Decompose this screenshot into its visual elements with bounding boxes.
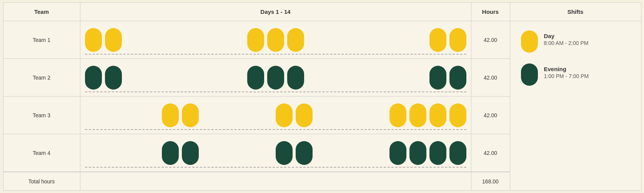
block <box>247 66 264 90</box>
block <box>389 141 406 165</box>
block <box>409 103 426 127</box>
hours-col-header: Hours <box>471 3 510 21</box>
team-1-label: Team 1 <box>3 21 80 58</box>
team-3-row: Team 3 <box>3 96 510 134</box>
shifts-body: Day 8:00 AM - 2:00 PM Evening 1:00 PM - … <box>510 21 641 190</box>
block <box>429 66 446 90</box>
shift-day-time: 8:00 AM - 2:00 PM <box>544 40 589 46</box>
shift-day-name: Day <box>544 33 589 39</box>
block <box>296 103 313 127</box>
team-4-label: Team 4 <box>3 134 80 171</box>
team-col-header: Team <box>3 3 80 21</box>
team-1-row: Team 1 42. <box>3 21 510 59</box>
team-1-hours: 42.00 <box>471 21 510 58</box>
block <box>85 28 102 52</box>
shift-evening-text: Evening 1:00 PM - 7:00 PM <box>544 63 589 79</box>
days-col-header: Days 1 - 14 <box>80 3 471 21</box>
block <box>105 28 122 52</box>
block <box>389 103 406 127</box>
team-2-row: Team 2 42. <box>3 59 510 96</box>
schedule-table: Team Days 1 - 14 Hours Team 1 <box>3 2 641 191</box>
block <box>449 28 466 52</box>
header-row: Team Days 1 - 14 Hours <box>3 3 510 21</box>
block <box>409 141 426 165</box>
block <box>162 103 179 127</box>
main-section: Team Days 1 - 14 Hours Team 1 <box>3 3 510 190</box>
shift-day-icon <box>521 30 538 53</box>
total-hours: 168.00 <box>471 172 510 190</box>
shift-evening-item: Evening 1:00 PM - 7:00 PM <box>521 63 630 86</box>
total-empty-cell <box>80 172 471 190</box>
shift-day-item: Day 8:00 AM - 2:00 PM <box>521 30 630 53</box>
shift-day-text: Day 8:00 AM - 2:00 PM <box>544 30 589 46</box>
team-4-schedule <box>80 134 471 171</box>
block <box>247 28 264 52</box>
block <box>162 141 179 165</box>
block <box>267 28 284 52</box>
block <box>429 103 446 127</box>
shift-evening-icon <box>521 63 538 86</box>
team-4-hours: 42.00 <box>471 134 510 171</box>
team-3-schedule <box>80 96 471 134</box>
team-2-schedule <box>80 59 471 96</box>
block <box>276 141 293 165</box>
team-3-label: Team 3 <box>3 96 80 134</box>
block <box>105 66 122 90</box>
total-row: Total hours 168.00 <box>3 172 510 190</box>
total-label: Total hours <box>3 172 80 190</box>
team-4-row: Team 4 <box>3 134 510 172</box>
team-2-hours: 42.00 <box>471 59 510 96</box>
block <box>449 103 466 127</box>
block <box>296 141 313 165</box>
block <box>182 103 199 127</box>
block <box>449 66 466 90</box>
shifts-panel: Shifts Day 8:00 AM - 2:00 PM Evening 1:0… <box>510 3 641 190</box>
block <box>182 141 199 165</box>
block <box>429 28 446 52</box>
team-1-schedule <box>80 21 471 58</box>
shifts-header: Shifts <box>510 3 641 21</box>
team-3-hours: 42.00 <box>471 96 510 134</box>
block <box>449 141 466 165</box>
block <box>267 66 284 90</box>
block <box>287 28 304 52</box>
shift-evening-name: Evening <box>544 66 589 72</box>
block <box>287 66 304 90</box>
block <box>85 66 102 90</box>
block <box>429 141 446 165</box>
team-2-label: Team 2 <box>3 59 80 96</box>
shift-evening-time: 1:00 PM - 7:00 PM <box>544 73 589 79</box>
block <box>276 103 293 127</box>
